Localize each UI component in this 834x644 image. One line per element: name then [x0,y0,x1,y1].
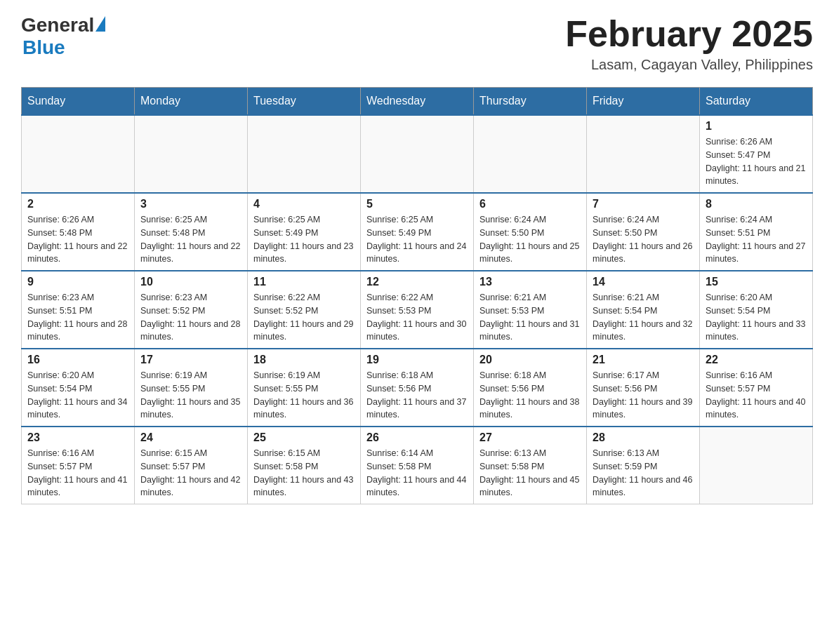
day-number: 13 [479,276,581,288]
calendar-table: SundayMondayTuesdayWednesdayThursdayFrid… [21,87,813,504]
calendar-cell [135,115,248,193]
calendar-cell: 8Sunrise: 6:24 AMSunset: 5:51 PMDaylight… [700,193,813,271]
calendar-cell: 18Sunrise: 6:19 AMSunset: 5:55 PMDayligh… [248,349,361,427]
calendar-cell: 5Sunrise: 6:25 AMSunset: 5:49 PMDaylight… [361,193,474,271]
day-info: Sunrise: 6:26 AMSunset: 5:47 PMDaylight:… [706,135,807,188]
calendar-cell: 15Sunrise: 6:20 AMSunset: 5:54 PMDayligh… [700,271,813,349]
day-number: 24 [140,431,241,444]
day-number: 27 [479,431,581,444]
logo-triangle-icon [95,16,105,32]
calendar-cell: 19Sunrise: 6:18 AMSunset: 5:56 PMDayligh… [361,349,474,427]
calendar-cell: 25Sunrise: 6:15 AMSunset: 5:58 PMDayligh… [248,427,361,504]
day-info: Sunrise: 6:25 AMSunset: 5:48 PMDaylight:… [140,213,241,266]
week-row-4: 23Sunrise: 6:16 AMSunset: 5:57 PMDayligh… [22,427,813,504]
calendar-cell: 16Sunrise: 6:20 AMSunset: 5:54 PMDayligh… [22,349,135,427]
calendar-cell: 14Sunrise: 6:21 AMSunset: 5:54 PMDayligh… [587,271,700,349]
day-number: 4 [253,198,355,210]
calendar-cell: 20Sunrise: 6:18 AMSunset: 5:56 PMDayligh… [474,349,587,427]
calendar-cell: 10Sunrise: 6:23 AMSunset: 5:52 PMDayligh… [135,271,248,349]
day-number: 9 [27,276,128,288]
day-number: 20 [479,354,581,366]
day-info: Sunrise: 6:13 AMSunset: 5:58 PMDaylight:… [479,447,581,499]
day-number: 11 [253,276,355,288]
day-number: 7 [593,198,694,210]
logo-general-text: General [21,14,94,36]
week-row-3: 16Sunrise: 6:20 AMSunset: 5:54 PMDayligh… [22,349,813,427]
logo-blue-text: Blue [22,36,65,59]
week-row-2: 9Sunrise: 6:23 AMSunset: 5:51 PMDaylight… [22,271,813,349]
day-info: Sunrise: 6:14 AMSunset: 5:58 PMDaylight:… [366,447,468,499]
day-info: Sunrise: 6:23 AMSunset: 5:51 PMDaylight:… [27,291,128,344]
weekday-header-row: SundayMondayTuesdayWednesdayThursdayFrid… [22,88,813,116]
weekday-header-wednesday: Wednesday [361,88,474,116]
calendar-cell: 3Sunrise: 6:25 AMSunset: 5:48 PMDaylight… [135,193,248,271]
week-row-1: 2Sunrise: 6:26 AMSunset: 5:48 PMDaylight… [22,193,813,271]
day-number: 23 [27,431,128,444]
calendar-cell: 4Sunrise: 6:25 AMSunset: 5:49 PMDaylight… [248,193,361,271]
day-number: 18 [253,354,355,366]
calendar-cell: 17Sunrise: 6:19 AMSunset: 5:55 PMDayligh… [135,349,248,427]
day-info: Sunrise: 6:15 AMSunset: 5:58 PMDaylight:… [253,447,355,499]
day-number: 5 [366,198,468,210]
calendar-cell: 24Sunrise: 6:15 AMSunset: 5:57 PMDayligh… [135,427,248,504]
day-info: Sunrise: 6:25 AMSunset: 5:49 PMDaylight:… [253,213,355,266]
day-number: 28 [593,431,694,444]
day-info: Sunrise: 6:23 AMSunset: 5:52 PMDaylight:… [140,291,241,344]
day-info: Sunrise: 6:18 AMSunset: 5:56 PMDaylight:… [366,369,468,422]
logo: General Blue [21,14,105,59]
calendar-cell [700,427,813,504]
day-info: Sunrise: 6:24 AMSunset: 5:50 PMDaylight:… [593,213,694,266]
weekday-header-monday: Monday [135,88,248,116]
day-number: 14 [593,276,694,288]
calendar-cell: 28Sunrise: 6:13 AMSunset: 5:59 PMDayligh… [587,427,700,504]
day-info: Sunrise: 6:21 AMSunset: 5:54 PMDaylight:… [593,291,694,344]
calendar-cell: 13Sunrise: 6:21 AMSunset: 5:53 PMDayligh… [474,271,587,349]
day-info: Sunrise: 6:22 AMSunset: 5:53 PMDaylight:… [366,291,468,344]
weekday-header-sunday: Sunday [22,88,135,116]
day-number: 25 [253,431,355,444]
week-row-0: 1Sunrise: 6:26 AMSunset: 5:47 PMDaylight… [22,115,813,193]
day-number: 26 [366,431,468,444]
weekday-header-friday: Friday [587,88,700,116]
day-info: Sunrise: 6:24 AMSunset: 5:50 PMDaylight:… [479,213,581,266]
calendar-cell: 27Sunrise: 6:13 AMSunset: 5:58 PMDayligh… [474,427,587,504]
day-number: 10 [140,276,241,288]
calendar-cell: 2Sunrise: 6:26 AMSunset: 5:48 PMDaylight… [22,193,135,271]
day-number: 3 [140,198,241,210]
day-info: Sunrise: 6:18 AMSunset: 5:56 PMDaylight:… [479,369,581,422]
weekday-header-tuesday: Tuesday [248,88,361,116]
day-number: 17 [140,354,241,366]
day-info: Sunrise: 6:22 AMSunset: 5:52 PMDaylight:… [253,291,355,344]
day-info: Sunrise: 6:25 AMSunset: 5:49 PMDaylight:… [366,213,468,266]
calendar-cell: 23Sunrise: 6:16 AMSunset: 5:57 PMDayligh… [22,427,135,504]
calendar-cell: 11Sunrise: 6:22 AMSunset: 5:52 PMDayligh… [248,271,361,349]
calendar-cell [22,115,135,193]
month-title: February 2025 [565,14,813,54]
day-number: 21 [593,354,694,366]
calendar-cell: 7Sunrise: 6:24 AMSunset: 5:50 PMDaylight… [587,193,700,271]
calendar-cell [248,115,361,193]
calendar-cell: 26Sunrise: 6:14 AMSunset: 5:58 PMDayligh… [361,427,474,504]
page-header: General Blue February 2025 Lasam, Cagaya… [21,14,813,73]
day-info: Sunrise: 6:21 AMSunset: 5:53 PMDaylight:… [479,291,581,344]
calendar-cell: 9Sunrise: 6:23 AMSunset: 5:51 PMDaylight… [22,271,135,349]
day-number: 12 [366,276,468,288]
day-number: 2 [27,198,128,210]
day-info: Sunrise: 6:19 AMSunset: 5:55 PMDaylight:… [253,369,355,422]
day-number: 6 [479,198,581,210]
day-info: Sunrise: 6:17 AMSunset: 5:56 PMDaylight:… [593,369,694,422]
day-number: 1 [706,120,807,133]
day-info: Sunrise: 6:16 AMSunset: 5:57 PMDaylight:… [706,369,807,422]
calendar-cell [587,115,700,193]
calendar-cell: 21Sunrise: 6:17 AMSunset: 5:56 PMDayligh… [587,349,700,427]
calendar-cell: 1Sunrise: 6:26 AMSunset: 5:47 PMDaylight… [700,115,813,193]
day-info: Sunrise: 6:24 AMSunset: 5:51 PMDaylight:… [706,213,807,266]
calendar-cell: 6Sunrise: 6:24 AMSunset: 5:50 PMDaylight… [474,193,587,271]
weekday-header-thursday: Thursday [474,88,587,116]
weekday-header-saturday: Saturday [700,88,813,116]
calendar-cell: 12Sunrise: 6:22 AMSunset: 5:53 PMDayligh… [361,271,474,349]
calendar-cell [474,115,587,193]
calendar-cell: 22Sunrise: 6:16 AMSunset: 5:57 PMDayligh… [700,349,813,427]
day-number: 15 [706,276,807,288]
day-info: Sunrise: 6:16 AMSunset: 5:57 PMDaylight:… [27,447,128,499]
